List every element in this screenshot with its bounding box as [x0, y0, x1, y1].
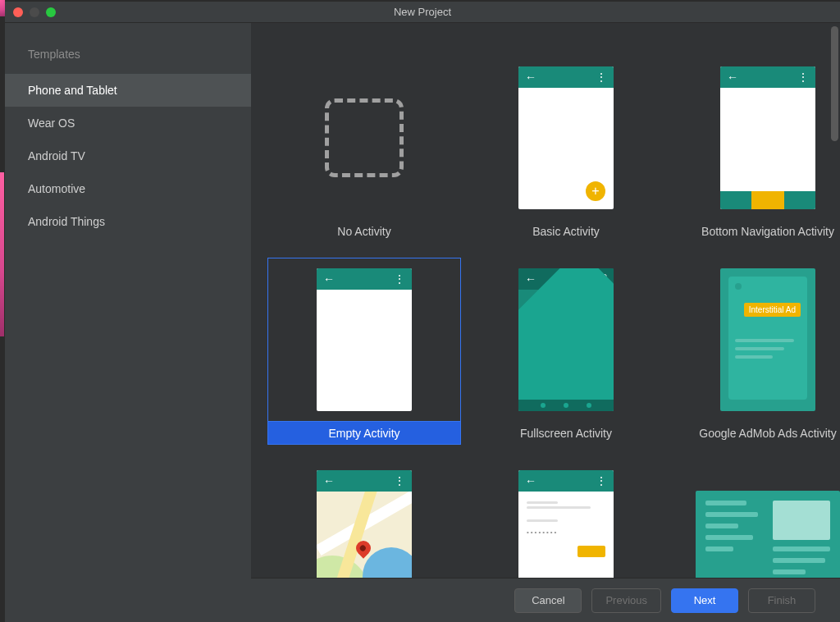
- background-decoration: [0, 172, 4, 336]
- overflow-menu-icon: [797, 70, 809, 85]
- template-card-no-activity[interactable]: No Activity: [267, 56, 461, 243]
- overflow-menu-icon: [596, 70, 607, 85]
- sidebar-item-automotive[interactable]: Automotive: [5, 172, 251, 205]
- sidebar-item-android-tv[interactable]: Android TV: [5, 139, 251, 172]
- sidebar: Templates Phone and Tablet Wear OS Andro…: [5, 23, 251, 622]
- close-window-button[interactable]: [13, 7, 23, 17]
- cancel-button[interactable]: Cancel: [514, 588, 582, 613]
- template-card-empty-activity[interactable]: Empty Activity: [267, 258, 461, 445]
- new-project-window: New Project Templates Phone and Tablet W…: [5, 2, 840, 622]
- empty-activity-preview: [317, 268, 412, 411]
- minimize-window-button[interactable]: [30, 7, 39, 17]
- admob-activity-preview: Interstitial Ad: [720, 268, 815, 411]
- template-gallery: No Activity + Basic Activity: [251, 23, 840, 622]
- dialog-body: Templates Phone and Tablet Wear OS Andro…: [5, 23, 840, 622]
- fullscreen-activity-preview: [518, 268, 614, 411]
- sidebar-item-android-things[interactable]: Android Things: [5, 205, 251, 238]
- back-arrow-icon: [525, 70, 536, 85]
- template-card-bottom-navigation-activity[interactable]: Bottom Navigation Activity: [671, 56, 840, 243]
- window-title: New Project: [5, 6, 840, 18]
- overflow-menu-icon: [596, 473, 607, 488]
- sidebar-header: Templates: [5, 39, 251, 74]
- previous-button: Previous: [591, 588, 661, 613]
- template-label: Empty Activity: [267, 422, 461, 445]
- titlebar: New Project: [5, 2, 840, 23]
- sidebar-item-wear-os[interactable]: Wear OS: [5, 107, 251, 139]
- window-controls: [13, 7, 56, 17]
- template-card-basic-activity[interactable]: + Basic Activity: [469, 56, 663, 243]
- scrollbar[interactable]: [831, 26, 838, 141]
- basic-activity-preview: +: [518, 66, 614, 209]
- sidebar-item-phone-and-tablet[interactable]: Phone and Tablet: [5, 74, 251, 107]
- back-arrow-icon: [727, 70, 738, 85]
- template-card-google-admob-ads-activity[interactable]: Interstitial Ad Google AdMob Ads Activit…: [671, 258, 840, 445]
- template-label: Google AdMob Ads Activity: [671, 422, 840, 445]
- template-label: Basic Activity: [469, 220, 663, 243]
- template-grid: No Activity + Basic Activity: [267, 23, 824, 622]
- back-arrow-icon: [525, 272, 536, 286]
- next-button[interactable]: Next: [671, 588, 738, 613]
- dialog-footer: Cancel Previous Next Finish: [251, 578, 840, 622]
- overflow-menu-icon: [394, 473, 405, 488]
- fab-icon: +: [586, 181, 605, 201]
- interstitial-ad-label: Interstitial Ad: [744, 303, 801, 317]
- back-arrow-icon: [323, 473, 335, 488]
- template-label: Bottom Navigation Activity: [671, 220, 840, 243]
- no-activity-icon: [325, 98, 404, 177]
- template-card-fullscreen-activity[interactable]: Fullscreen Activity: [469, 258, 663, 445]
- finish-button: Finish: [748, 588, 815, 613]
- template-label: Fullscreen Activity: [469, 422, 663, 445]
- overflow-menu-icon: [394, 272, 405, 286]
- back-arrow-icon: [525, 473, 536, 488]
- maximize-window-button[interactable]: [46, 7, 56, 17]
- back-arrow-icon: [323, 272, 335, 286]
- bottom-navigation-preview: [720, 66, 815, 209]
- template-label: No Activity: [267, 220, 461, 243]
